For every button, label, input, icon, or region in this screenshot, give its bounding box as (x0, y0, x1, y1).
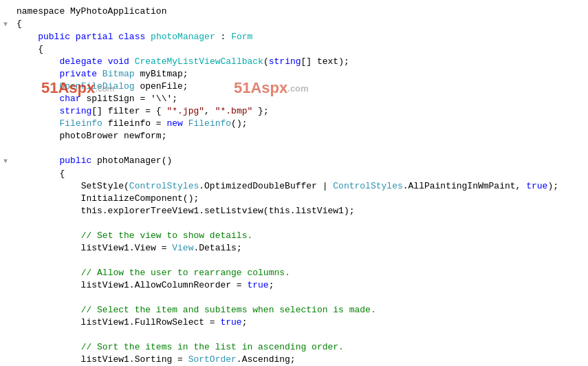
code-line: { (0, 168, 588, 180)
code-token (17, 56, 59, 67)
line-gutter: ▼ (0, 18, 14, 31)
code-line (0, 255, 588, 267)
code-token (17, 32, 38, 42)
code-token: listView1.Sorting = (17, 354, 188, 365)
code-token: .OptimizedDoubleBuffer | (199, 181, 333, 191)
code-token: : (215, 32, 231, 42)
line-code: photoBrower newform; (14, 130, 588, 142)
code-token (17, 342, 81, 352)
code-token (17, 268, 81, 278)
code-token (17, 230, 81, 241)
code-token (70, 32, 76, 42)
code-token: photoBrower newform; (17, 131, 166, 141)
code-token: InitializeComponent(); (17, 193, 199, 204)
code-token (17, 69, 59, 79)
code-token: true (247, 280, 268, 290)
code-line: delegate void CreateMyListViewCallback(s… (0, 56, 588, 68)
code-token: string (59, 106, 91, 116)
code-line: InitializeComponent(); (0, 193, 588, 205)
code-token: partial (76, 32, 113, 42)
line-code: string[] filter = { "*.jpg", "*.bmp" }; (14, 105, 588, 118)
code-token: "*.bmp" (215, 106, 253, 116)
line-code: { (14, 43, 588, 56)
code-token: // Set the view to show details. (81, 230, 253, 241)
code-line: SetStyle(ControlStyles.OptimizedDoubleBu… (0, 180, 588, 193)
line-code: // Allow the user to rearrange columns. (14, 267, 588, 279)
code-token: Bitmap (102, 69, 135, 79)
line-code: listView1.View = View.Details; (14, 242, 588, 255)
code-token: ; (242, 317, 248, 327)
code-token: Fileinfo (188, 118, 231, 129)
code-token (102, 56, 108, 67)
code-token (129, 56, 135, 67)
code-token: .Details; (193, 243, 241, 253)
code-token: ; (269, 280, 274, 290)
line-code: // Select the item and subitems when sel… (14, 304, 588, 316)
code-token: true (220, 317, 241, 327)
code-token: listView1.FullRowSelect = (17, 317, 220, 327)
code-token: '\\' (151, 94, 172, 104)
code-token: "*.jpg" (166, 106, 204, 116)
code-token: ( (263, 56, 269, 67)
line-code: this.explorerTreeView1.setListview(this.… (14, 205, 588, 217)
code-token: new (166, 118, 182, 129)
code-token: class (118, 32, 145, 42)
code-line: // Sort the items in the list in ascendi… (0, 341, 588, 354)
code-token: View (172, 243, 193, 253)
code-token: openFile; (135, 81, 188, 92)
code-token (17, 81, 59, 92)
code-token: CreateMyListViewCallback (135, 56, 263, 67)
code-line: string[] filter = { "*.jpg", "*.bmp" }; (0, 105, 588, 118)
code-token: .Ascending; (237, 354, 296, 365)
code-token: myBitmap; (135, 69, 188, 79)
code-line: listView1.AllowColumnReorder = true; (0, 279, 588, 292)
code-token (17, 118, 59, 129)
code-token (17, 106, 59, 116)
code-token: this.explorerTreeView1.setListview(this.… (17, 206, 354, 216)
code-token: .AllPaintingInWmPaint, (403, 181, 526, 191)
code-token: public (38, 32, 70, 42)
code-token: ControlStyles (333, 181, 402, 191)
line-code: char splitSign = '\\'; (14, 93, 588, 105)
line-code: InitializeComponent(); (14, 193, 588, 205)
code-line (0, 142, 588, 155)
code-token (145, 32, 151, 42)
code-token (17, 94, 59, 104)
code-token: private (59, 69, 97, 79)
line-code: private Bitmap myBitmap; (14, 68, 588, 80)
code-line: listView1.FullRowSelect = true; (0, 316, 588, 329)
line-code: listView1.FullRowSelect = true; (14, 316, 588, 329)
code-line: private Bitmap myBitmap; (0, 68, 588, 80)
code-token: listView1.View = (17, 243, 172, 253)
code-line (0, 329, 588, 341)
code-line: char splitSign = '\\'; (0, 93, 588, 105)
code-token: [] text); (301, 56, 349, 67)
line-code: listView1.Sorting = SortOrder.Ascending; (14, 354, 588, 366)
code-token: { (17, 44, 43, 54)
code-editor: 51Aspx.com 51Aspx.com namespace MyPhotoA… (0, 0, 588, 366)
code-token: , (204, 106, 215, 116)
code-line: namespace MyPhotoApplication (0, 6, 588, 18)
code-token: namespace MyPhotoApplication (17, 6, 166, 17)
code-token: fileinfo = (102, 118, 167, 129)
code-token: char (59, 94, 80, 104)
code-token: photoManager (151, 32, 215, 42)
line-code: namespace MyPhotoApplication (14, 6, 588, 18)
code-line: // Select the item and subitems when sel… (0, 304, 588, 316)
line-code: listView1.AllowColumnReorder = true; (14, 279, 588, 292)
code-line (0, 217, 588, 230)
code-line: // Set the view to show details. (0, 230, 588, 242)
code-token: SortOrder (188, 354, 237, 365)
code-token: // Allow the user to rearrange columns. (81, 268, 290, 278)
code-token: delegate (59, 56, 102, 67)
code-token: // Select the item and subitems when sel… (81, 305, 376, 315)
code-token: ControlStyles (129, 181, 199, 191)
code-line: listView1.View = View.Details; (0, 242, 588, 255)
code-token: (); (231, 118, 247, 129)
code-token (17, 181, 81, 191)
code-token: photoManager() (91, 155, 172, 166)
code-token: true (526, 181, 547, 191)
code-token (183, 118, 188, 129)
line-code: // Sort the items in the list in ascendi… (14, 341, 588, 354)
code-lines: namespace MyPhotoApplication▼{ public pa… (0, 6, 588, 366)
